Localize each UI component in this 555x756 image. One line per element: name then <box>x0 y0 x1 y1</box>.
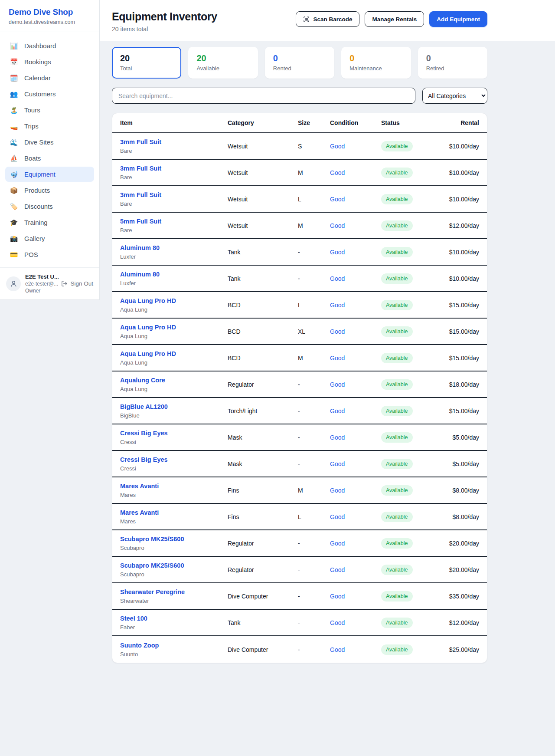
stat-card-retired[interactable]: 0 Retired <box>418 47 487 79</box>
condition-link[interactable]: Good <box>330 328 345 335</box>
sidebar-item-discounts[interactable]: 🏷️ Discounts <box>5 199 94 214</box>
condition-link[interactable]: Good <box>330 355 345 362</box>
sidebar-item-label: Calendar <box>24 74 51 82</box>
item-name-link[interactable]: Scubapro MK25/S600 <box>120 536 184 542</box>
condition-link[interactable]: Good <box>330 540 345 547</box>
condition-link[interactable]: Good <box>330 408 345 414</box>
condition-link[interactable]: Good <box>330 222 345 229</box>
sidebar-item-label: Customers <box>24 90 56 98</box>
status-badge: Available <box>381 273 413 284</box>
item-brand: Aqua Lung <box>120 333 228 339</box>
item-cell: Suunto Zoop Suunto <box>120 641 228 657</box>
item-category: Wetsuit <box>228 169 298 176</box>
table-row: Steel 100 Faber Tank - Good Available $1… <box>112 610 487 636</box>
shop-title[interactable]: Demo Dive Shop <box>9 7 91 17</box>
item-name-link[interactable]: Steel 100 <box>120 615 147 622</box>
item-name-link[interactable]: Aqua Lung Pro HD <box>120 350 176 357</box>
status-badge: Available <box>381 538 413 549</box>
status-badge: Available <box>381 644 413 655</box>
sidebar-item-products[interactable]: 📦 Products <box>5 183 94 198</box>
item-category: Dive Computer <box>228 593 298 600</box>
scan-barcode-button[interactable]: Scan Barcode <box>296 11 359 27</box>
tours-icon: 🏝️ <box>10 107 18 113</box>
condition-link[interactable]: Good <box>330 302 345 309</box>
item-name-link[interactable]: Cressi Big Eyes <box>120 430 168 437</box>
item-name-link[interactable]: Cressi Big Eyes <box>120 456 168 463</box>
sidebar-item-customers[interactable]: 👥 Customers <box>5 86 94 102</box>
item-name-link[interactable]: Aluminum 80 <box>120 244 160 251</box>
status-badge: Available <box>381 459 413 469</box>
rental-price: $10.00/day <box>447 196 479 203</box>
sidebar-item-trips[interactable]: 🚤 Trips <box>5 118 94 134</box>
manage-rentals-button[interactable]: Manage Rentals <box>365 11 424 27</box>
condition-link[interactable]: Good <box>330 434 345 441</box>
item-category: Dive Computer <box>228 646 298 653</box>
sidebar-item-dive-sites[interactable]: 🌊 Dive Sites <box>5 135 94 150</box>
item-name-link[interactable]: Aluminum 80 <box>120 271 160 278</box>
stat-card-total[interactable]: 20 Total <box>112 47 181 79</box>
item-name-link[interactable]: 3mm Full Suit <box>120 165 161 172</box>
table-row: Scubapro MK25/S600 Scubapro Regulator - … <box>112 557 487 583</box>
sidebar-item-equipment[interactable]: 🤿 Equipment <box>5 167 94 182</box>
item-name-link[interactable]: Suunto Zoop <box>120 642 159 649</box>
item-name-link[interactable]: Aqualung Core <box>120 377 165 384</box>
condition-link[interactable]: Good <box>330 275 345 282</box>
condition-link[interactable]: Good <box>330 381 345 388</box>
item-category: Mask <box>228 434 298 441</box>
table-row: Mares Avanti Mares Fins L Good Available… <box>112 504 487 530</box>
item-name-link[interactable]: 3mm Full Suit <box>120 191 161 198</box>
table-row: 3mm Full Suit Bare Wetsuit M Good Availa… <box>112 160 487 186</box>
user-info: E2E Test U... e2e-tester@... Owner <box>25 273 57 294</box>
condition-link[interactable]: Good <box>330 143 345 150</box>
stat-card-available[interactable]: 20 Available <box>188 47 258 79</box>
condition-link[interactable]: Good <box>330 249 345 256</box>
condition-link[interactable]: Good <box>330 460 345 467</box>
condition-link[interactable]: Good <box>330 619 345 626</box>
trips-icon: 🚤 <box>10 123 18 129</box>
search-input[interactable] <box>112 88 415 104</box>
stat-card-maintenance[interactable]: 0 Maintenance <box>341 47 411 79</box>
item-name-link[interactable]: 3mm Full Suit <box>120 138 161 145</box>
sidebar-item-tours[interactable]: 🏝️ Tours <box>5 102 94 118</box>
item-name-link[interactable]: Mares Avanti <box>120 509 159 516</box>
sidebar-item-calendar[interactable]: 🗓️ Calendar <box>5 70 94 85</box>
stat-card-rented[interactable]: 0 Rented <box>265 47 334 79</box>
table-row: BigBlue AL1200 BigBlue Torch/Light - Goo… <box>112 398 487 424</box>
rental-price: $12.00/day <box>447 222 479 229</box>
training-icon: 🎓 <box>10 219 18 226</box>
item-size: M <box>298 487 330 494</box>
item-size: - <box>298 566 330 573</box>
sidebar-item-pos[interactable]: 💳 POS <box>5 247 94 262</box>
condition-link[interactable]: Good <box>330 566 345 573</box>
page-heading-group: Equipment Inventory 20 items total <box>112 10 217 33</box>
category-select[interactable]: All Categories <box>422 88 487 104</box>
sidebar-item-dashboard[interactable]: 📊 Dashboard <box>5 38 94 53</box>
condition-link[interactable]: Good <box>330 196 345 203</box>
item-name-link[interactable]: Aqua Lung Pro HD <box>120 324 176 331</box>
condition-link[interactable]: Good <box>330 487 345 494</box>
sign-out-button[interactable]: Sign Out <box>61 280 93 287</box>
item-name-link[interactable]: BigBlue AL1200 <box>120 403 168 410</box>
item-name-link[interactable]: 5mm Full Suit <box>120 218 161 225</box>
condition-link[interactable]: Good <box>330 513 345 520</box>
sidebar-item-label: Bookings <box>24 58 51 66</box>
table-row: Aluminum 80 Luxfer Tank - Good Available… <box>112 266 487 292</box>
item-name-link[interactable]: Shearwater Peregrine <box>120 588 185 595</box>
condition-link[interactable]: Good <box>330 169 345 176</box>
sidebar-item-boats[interactable]: ⛵ Boats <box>5 151 94 166</box>
add-equipment-button[interactable]: Add Equipment <box>429 11 487 27</box>
item-category: Regulator <box>228 566 298 573</box>
item-category: Mask <box>228 460 298 467</box>
item-category: BCD <box>228 355 298 362</box>
sidebar-item-bookings[interactable]: 📅 Bookings <box>5 54 94 69</box>
condition-link[interactable]: Good <box>330 593 345 600</box>
sidebar-item-training[interactable]: 🎓 Training <box>5 215 94 230</box>
item-name-link[interactable]: Aqua Lung Pro HD <box>120 297 176 304</box>
stats-cards: 20 Total 20 Available 0 Rented 0 Mainten… <box>112 47 487 79</box>
sidebar-item-gallery[interactable]: 📸 Gallery <box>5 231 94 246</box>
content-area: 20 Total 20 Available 0 Rented 0 Mainten… <box>112 47 487 663</box>
item-name-link[interactable]: Scubapro MK25/S600 <box>120 562 184 569</box>
condition-link[interactable]: Good <box>330 646 345 653</box>
item-cell: Shearwater Peregrine Shearwater <box>120 588 228 604</box>
item-name-link[interactable]: Mares Avanti <box>120 483 159 490</box>
